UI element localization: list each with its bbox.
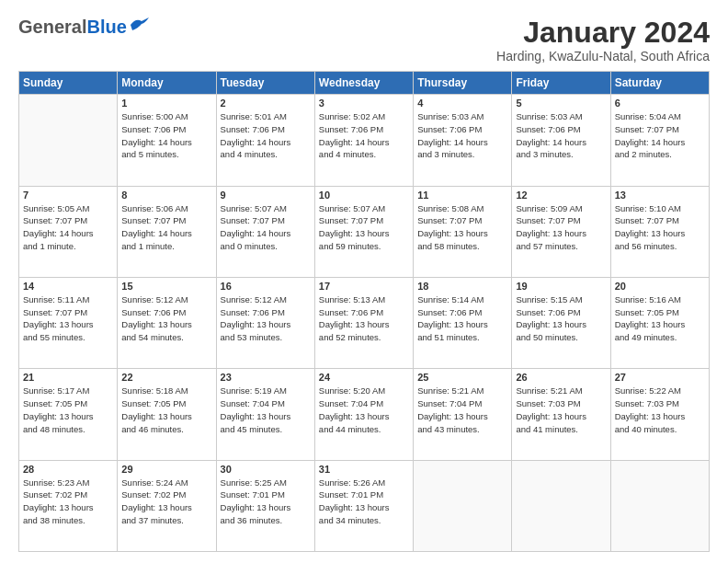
calendar-cell: 21Sunrise: 5:17 AM Sunset: 7:05 PM Dayli… bbox=[19, 369, 118, 460]
day-info: Sunrise: 5:16 AM Sunset: 7:05 PM Dayligh… bbox=[615, 293, 705, 344]
calendar-cell: 24Sunrise: 5:20 AM Sunset: 7:04 PM Dayli… bbox=[314, 369, 413, 460]
calendar-cell: 13Sunrise: 5:10 AM Sunset: 7:07 PM Dayli… bbox=[610, 186, 709, 277]
day-number: 12 bbox=[516, 190, 606, 201]
day-number: 4 bbox=[417, 98, 507, 109]
day-number: 28 bbox=[23, 464, 113, 475]
day-number: 18 bbox=[417, 281, 507, 292]
day-number: 17 bbox=[319, 281, 409, 292]
col-friday: Friday bbox=[512, 72, 610, 95]
calendar-table: Sunday Monday Tuesday Wednesday Thursday… bbox=[18, 71, 710, 552]
day-number: 23 bbox=[221, 372, 311, 383]
calendar-cell: 4Sunrise: 5:03 AM Sunset: 7:06 PM Daylig… bbox=[414, 95, 512, 186]
day-info: Sunrise: 5:04 AM Sunset: 7:07 PM Dayligh… bbox=[615, 110, 705, 161]
calendar-cell: 9Sunrise: 5:07 AM Sunset: 7:07 PM Daylig… bbox=[216, 186, 314, 277]
col-wednesday: Wednesday bbox=[314, 72, 413, 95]
day-number: 31 bbox=[319, 464, 409, 475]
day-number: 14 bbox=[23, 281, 113, 292]
day-number: 3 bbox=[319, 98, 409, 109]
day-info: Sunrise: 5:25 AM Sunset: 7:01 PM Dayligh… bbox=[221, 477, 311, 527]
day-number: 2 bbox=[221, 98, 311, 109]
col-thursday: Thursday bbox=[414, 72, 512, 95]
title-block: January 2024 Harding, KwaZulu-Natal, Sou… bbox=[496, 17, 710, 63]
day-number: 22 bbox=[121, 372, 211, 383]
day-info: Sunrise: 5:03 AM Sunset: 7:06 PM Dayligh… bbox=[417, 110, 507, 161]
day-info: Sunrise: 5:15 AM Sunset: 7:06 PM Dayligh… bbox=[516, 293, 606, 344]
calendar-cell: 10Sunrise: 5:07 AM Sunset: 7:07 PM Dayli… bbox=[314, 186, 413, 277]
day-number: 8 bbox=[121, 190, 211, 201]
day-info: Sunrise: 5:00 AM Sunset: 7:06 PM Dayligh… bbox=[121, 110, 211, 161]
day-number: 19 bbox=[516, 281, 606, 292]
calendar-cell: 8Sunrise: 5:06 AM Sunset: 7:07 PM Daylig… bbox=[118, 186, 216, 277]
day-number: 25 bbox=[417, 372, 507, 383]
day-info: Sunrise: 5:07 AM Sunset: 7:07 PM Dayligh… bbox=[319, 202, 409, 253]
day-number: 20 bbox=[615, 281, 705, 292]
calendar-cell: 12Sunrise: 5:09 AM Sunset: 7:07 PM Dayli… bbox=[512, 186, 610, 277]
day-number: 15 bbox=[121, 281, 211, 292]
logo-general: General bbox=[18, 17, 86, 37]
calendar-body: 1Sunrise: 5:00 AM Sunset: 7:06 PM Daylig… bbox=[19, 95, 710, 552]
location: Harding, KwaZulu-Natal, South Africa bbox=[496, 49, 710, 63]
day-info: Sunrise: 5:13 AM Sunset: 7:06 PM Dayligh… bbox=[319, 293, 409, 344]
calendar-cell: 17Sunrise: 5:13 AM Sunset: 7:06 PM Dayli… bbox=[314, 277, 413, 368]
day-number: 16 bbox=[221, 281, 311, 292]
day-info: Sunrise: 5:22 AM Sunset: 7:03 PM Dayligh… bbox=[615, 385, 705, 435]
calendar-cell: 2Sunrise: 5:01 AM Sunset: 7:06 PM Daylig… bbox=[216, 95, 314, 186]
day-info: Sunrise: 5:20 AM Sunset: 7:04 PM Dayligh… bbox=[319, 385, 409, 435]
day-info: Sunrise: 5:23 AM Sunset: 7:02 PM Dayligh… bbox=[23, 477, 113, 527]
header: GeneralBlue January 2024 Harding, KwaZul… bbox=[18, 17, 710, 63]
day-info: Sunrise: 5:12 AM Sunset: 7:06 PM Dayligh… bbox=[121, 293, 211, 344]
calendar-cell bbox=[19, 95, 118, 186]
calendar-cell bbox=[610, 460, 709, 551]
calendar-cell: 11Sunrise: 5:08 AM Sunset: 7:07 PM Dayli… bbox=[414, 186, 512, 277]
day-info: Sunrise: 5:05 AM Sunset: 7:07 PM Dayligh… bbox=[23, 202, 113, 253]
calendar-cell: 26Sunrise: 5:21 AM Sunset: 7:03 PM Dayli… bbox=[512, 369, 610, 460]
day-number: 9 bbox=[221, 190, 311, 201]
col-sunday: Sunday bbox=[19, 72, 118, 95]
calendar-cell: 16Sunrise: 5:12 AM Sunset: 7:06 PM Dayli… bbox=[216, 277, 314, 368]
calendar-week-2: 14Sunrise: 5:11 AM Sunset: 7:07 PM Dayli… bbox=[19, 277, 710, 368]
day-number: 7 bbox=[23, 190, 113, 201]
day-number: 6 bbox=[615, 98, 705, 109]
day-info: Sunrise: 5:12 AM Sunset: 7:06 PM Dayligh… bbox=[221, 293, 311, 344]
logo-blue: Blue bbox=[86, 17, 126, 37]
day-number: 5 bbox=[516, 98, 606, 109]
col-saturday: Saturday bbox=[610, 72, 709, 95]
calendar-cell: 29Sunrise: 5:24 AM Sunset: 7:02 PM Dayli… bbox=[118, 460, 216, 551]
page: GeneralBlue January 2024 Harding, KwaZul… bbox=[0, 0, 728, 563]
day-info: Sunrise: 5:06 AM Sunset: 7:07 PM Dayligh… bbox=[121, 202, 211, 253]
day-number: 29 bbox=[121, 464, 211, 475]
day-info: Sunrise: 5:09 AM Sunset: 7:07 PM Dayligh… bbox=[516, 202, 606, 253]
day-number: 27 bbox=[615, 372, 705, 383]
day-info: Sunrise: 5:26 AM Sunset: 7:01 PM Dayligh… bbox=[319, 477, 409, 527]
calendar-cell bbox=[512, 460, 610, 551]
day-number: 21 bbox=[23, 372, 113, 383]
day-info: Sunrise: 5:10 AM Sunset: 7:07 PM Dayligh… bbox=[615, 202, 705, 253]
day-info: Sunrise: 5:21 AM Sunset: 7:03 PM Dayligh… bbox=[516, 385, 606, 435]
day-info: Sunrise: 5:18 AM Sunset: 7:05 PM Dayligh… bbox=[121, 385, 211, 435]
day-number: 1 bbox=[121, 98, 211, 109]
calendar-cell: 27Sunrise: 5:22 AM Sunset: 7:03 PM Dayli… bbox=[610, 369, 709, 460]
calendar-cell: 22Sunrise: 5:18 AM Sunset: 7:05 PM Dayli… bbox=[118, 369, 216, 460]
day-number: 24 bbox=[319, 372, 409, 383]
calendar-cell bbox=[414, 460, 512, 551]
day-info: Sunrise: 5:08 AM Sunset: 7:07 PM Dayligh… bbox=[417, 202, 507, 253]
day-number: 13 bbox=[615, 190, 705, 201]
calendar-week-3: 21Sunrise: 5:17 AM Sunset: 7:05 PM Dayli… bbox=[19, 369, 710, 460]
calendar-cell: 31Sunrise: 5:26 AM Sunset: 7:01 PM Dayli… bbox=[314, 460, 413, 551]
day-number: 30 bbox=[221, 464, 311, 475]
calendar-cell: 19Sunrise: 5:15 AM Sunset: 7:06 PM Dayli… bbox=[512, 277, 610, 368]
month-title: January 2024 bbox=[496, 17, 710, 49]
logo: GeneralBlue bbox=[18, 17, 149, 38]
day-info: Sunrise: 5:17 AM Sunset: 7:05 PM Dayligh… bbox=[23, 385, 113, 435]
day-info: Sunrise: 5:02 AM Sunset: 7:06 PM Dayligh… bbox=[319, 110, 409, 161]
day-number: 26 bbox=[516, 372, 606, 383]
day-info: Sunrise: 5:14 AM Sunset: 7:06 PM Dayligh… bbox=[417, 293, 507, 344]
header-row: Sunday Monday Tuesday Wednesday Thursday… bbox=[19, 72, 710, 95]
bird-icon bbox=[129, 17, 149, 32]
calendar-cell: 25Sunrise: 5:21 AM Sunset: 7:04 PM Dayli… bbox=[414, 369, 512, 460]
day-info: Sunrise: 5:07 AM Sunset: 7:07 PM Dayligh… bbox=[221, 202, 311, 253]
day-number: 11 bbox=[417, 190, 507, 201]
day-info: Sunrise: 5:03 AM Sunset: 7:06 PM Dayligh… bbox=[516, 110, 606, 161]
calendar-cell: 6Sunrise: 5:04 AM Sunset: 7:07 PM Daylig… bbox=[610, 95, 709, 186]
col-tuesday: Tuesday bbox=[216, 72, 314, 95]
